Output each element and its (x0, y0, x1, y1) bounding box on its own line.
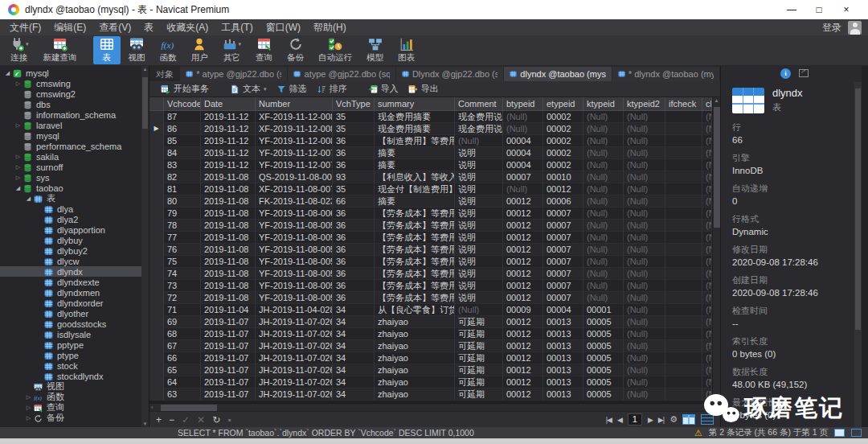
grid-cell[interactable]: 【劳务成本】等费用共2100 (375, 208, 455, 220)
grid-cell[interactable]: XF-2019-11-12-008 (256, 123, 333, 135)
grid-cell[interactable]: JH-2019-11-07-026 (256, 316, 333, 328)
grid-cell[interactable]: 2019-11-07 (201, 328, 256, 340)
grid-cell[interactable]: (Null) (702, 256, 712, 268)
grid-cell[interactable]: (Null) (624, 171, 665, 183)
grid-cell[interactable]: zhaiyao (375, 316, 455, 328)
grid-cell[interactable]: 00002 (543, 159, 583, 171)
grid-cell[interactable]: (Null) (583, 123, 624, 135)
tree-item-查询[interactable]: ▷查询 (0, 402, 149, 413)
grid-cell[interactable] (665, 195, 702, 208)
grid-cell[interactable]: (Null) (702, 123, 712, 135)
tree-item-dlyndxorder[interactable]: dlyndxorder (0, 298, 149, 308)
stop-button[interactable]: ▪ (227, 413, 231, 427)
grid-cell[interactable]: 87 (164, 111, 201, 123)
grid-cell[interactable]: (Null) (583, 232, 624, 244)
grid-cell[interactable]: 34 (333, 376, 375, 388)
grid-cell[interactable]: 00013 (543, 352, 583, 364)
grid-cell[interactable]: (Null) (702, 111, 712, 123)
grid-cell[interactable] (665, 340, 702, 352)
grid-cell[interactable]: (Null) (624, 388, 665, 401)
tree-item-dlyndxmen[interactable]: dlyndxmen (0, 287, 149, 298)
grid-cell[interactable]: 86 (164, 123, 201, 135)
grid-cell[interactable]: (Null) (583, 268, 624, 280)
grid-cell[interactable]: (Null) (624, 268, 665, 280)
grid-cell[interactable]: 85 (164, 135, 201, 147)
grid-cell[interactable]: YF-2019-11-12-007 (256, 147, 333, 159)
grid-cell[interactable]: 2019-11-08 (201, 208, 256, 220)
grid-cell[interactable]: (Null) (702, 159, 712, 171)
grid-cell[interactable]: (Null) (624, 208, 665, 220)
tab-5[interactable]: * dlyndx @taobao (mysql) ... (612, 67, 719, 81)
grid-cell[interactable] (665, 280, 702, 292)
grid-cell[interactable] (665, 388, 702, 401)
grid-cell[interactable]: 2019-11-07 (201, 340, 256, 352)
sidebar-scrollbar-thumb[interactable] (142, 77, 148, 129)
grid-cell[interactable]: 00005 (583, 388, 624, 401)
grid-cell[interactable]: 36 (333, 268, 375, 280)
tree-item-pptype[interactable]: pptype (0, 339, 149, 350)
grid-cell[interactable]: XF-2019-11-08-007 (256, 183, 333, 195)
tab-3[interactable]: Dlyndx @gjp22.dbo (sqlser... (396, 67, 503, 81)
grid-cell[interactable]: 36 (333, 147, 375, 159)
grid-cell[interactable]: 00012 (503, 340, 543, 352)
grid-cell[interactable]: JH-2019-11-07-026 (256, 376, 333, 388)
grid-cell[interactable]: (Null) (583, 292, 624, 304)
grid-cell[interactable]: 00006 (543, 195, 583, 208)
grid-cell[interactable]: 71 (164, 304, 201, 316)
grid-cell[interactable]: 00013 (543, 316, 583, 328)
page-settings-gear-icon[interactable]: ⚙ (669, 414, 677, 425)
grid-cell[interactable]: 36 (333, 159, 375, 171)
grid-cell[interactable]: 摘要 (375, 147, 455, 159)
grid-cell[interactable]: 2019-11-08 (201, 268, 256, 280)
grid-cell[interactable]: (Null) (624, 159, 665, 171)
grid-cell[interactable]: (Null) (702, 135, 712, 147)
grid-cell[interactable]: 36 (333, 232, 375, 244)
grid-cell[interactable]: 说明 (455, 195, 503, 208)
grid-cell[interactable]: 00007 (543, 256, 583, 268)
column-header-Comment[interactable]: Comment (455, 97, 503, 110)
grid-cell[interactable]: 00007 (543, 244, 583, 256)
grid-cell[interactable]: 65 (164, 364, 201, 376)
tree-item-surnoff[interactable]: ▷surnoff (0, 162, 149, 172)
tree-item-performance_schema[interactable]: performance_schema (0, 141, 149, 151)
grid-cell[interactable]: YF-2019-11-08-005 (256, 268, 333, 280)
grid-cell[interactable]: (Null) (702, 147, 712, 159)
grid-cell[interactable]: 76 (164, 244, 201, 256)
tree-expand-arrow-icon[interactable]: ◢ (14, 185, 23, 191)
grid-cell[interactable]: 00007 (503, 171, 543, 183)
grid-cell[interactable]: 35 (333, 111, 375, 123)
grid-cell[interactable]: 00012 (503, 328, 543, 340)
grid-cell[interactable]: 2019-11-04 (201, 304, 256, 316)
grid-cell[interactable]: 34 (333, 364, 375, 376)
grid-cell[interactable]: 说明 (455, 280, 503, 292)
grid-cell[interactable]: 63 (164, 388, 201, 401)
grid-cell[interactable]: 00012 (503, 316, 543, 328)
grid-cell[interactable]: (Null) (702, 292, 712, 304)
grid-cell[interactable]: 00007 (543, 232, 583, 244)
grid-cell[interactable]: (Null) (624, 147, 665, 159)
grid-cell[interactable]: 现金付【制造费用】等费用共 (375, 183, 455, 195)
grid-cell[interactable]: 73 (164, 280, 201, 292)
tree-item-sakila[interactable]: ▷sakila (0, 151, 149, 162)
grid-cell[interactable]: (Null) (702, 171, 712, 183)
grid-cell[interactable]: 2019-11-07 (201, 364, 256, 376)
column-header-summary[interactable]: summary (375, 97, 455, 110)
table-toolbar-funnel-button[interactable]: 筛选 (272, 83, 312, 95)
grid-cell[interactable] (665, 208, 702, 220)
grid-cell[interactable] (665, 256, 702, 268)
tree-item-dlyother[interactable]: dlyother (0, 308, 149, 319)
grid-cell[interactable] (665, 171, 702, 183)
tree-expand-arrow-icon[interactable]: ◢ (3, 70, 12, 76)
refresh-button[interactable]: ↻ (212, 413, 220, 427)
grid-cell[interactable]: 2019-11-08 (201, 183, 256, 195)
grid-cell[interactable]: 00012 (503, 376, 543, 388)
grid-cell[interactable]: (Null) (583, 159, 624, 171)
form-view-status-icon[interactable] (851, 429, 862, 437)
grid-cell[interactable]: zhaiyao (375, 364, 455, 376)
grid-cell[interactable]: (Null) (624, 304, 665, 316)
grid-cell[interactable]: 【劳务成本】等费用共2100 (375, 268, 455, 280)
grid-cell[interactable]: (Null) (624, 352, 665, 364)
grid-cell[interactable] (665, 232, 702, 244)
grid-cell[interactable]: 69 (164, 316, 201, 328)
grid-cell[interactable]: (Null) (702, 352, 712, 364)
